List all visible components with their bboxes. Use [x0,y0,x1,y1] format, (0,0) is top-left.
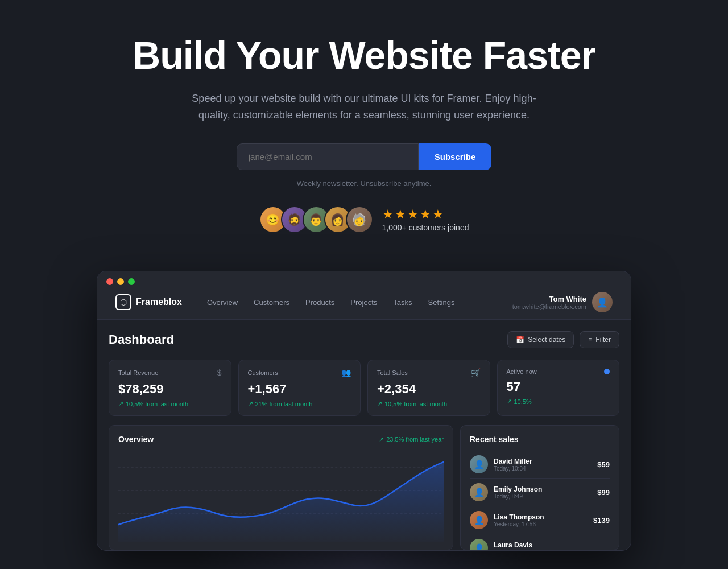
overview-header: Overview ↗ 23,5% from last year [118,435,444,444]
sales-icon: 🛒 [471,368,481,377]
nav-products[interactable]: Products [299,295,341,310]
sale-info: Lisa Thompson Yesterday, 17:56 [494,513,588,527]
customers-icon: 👥 [341,368,351,377]
stat-label: Total Sales [377,369,408,376]
sale-avatar: 👤 [470,455,488,473]
stat-change: ↗ 10,5% from last month [118,400,222,407]
user-info: Tom White tom.white@frameblox.com [512,295,586,310]
stat-header: Active now [507,368,610,375]
sale-amount: $59 [597,460,610,469]
stat-value: $78,259 [118,382,222,397]
dashboard-window: ⬡ Frameblox Overview Customers Products … [97,271,631,551]
user-name: Tom White [512,295,586,303]
logo[interactable]: ⬡ Frameblox [115,294,182,310]
sale-amount: $99 [597,488,610,497]
filter-icon: ≡ [588,336,592,344]
lower-grid: Overview ↗ 23,5% from last year [109,425,619,550]
sale-avatar: 👤 [470,539,488,550]
nav-tasks[interactable]: Tasks [386,295,419,310]
user-avatar[interactable]: 👤 [592,292,613,312]
minimize-dot[interactable] [117,278,124,285]
dashboard-header: Dashboard 📅 Select dates ≡ Filter [109,331,619,348]
avatar: 🧓 [346,206,373,233]
sale-name: Emily Johnson [494,485,592,493]
sale-item: 👤 Emily Johnson Today, 8:49 $99 [470,479,610,506]
revenue-icon: $ [217,368,222,377]
trend-icon: ↗ [507,398,512,405]
recent-sales-card: Recent sales 👤 David Miller Today, 10:34… [460,425,619,550]
navbar: ⬡ Frameblox Overview Customers Products … [106,292,622,319]
window-chrome: ⬡ Frameblox Overview Customers Products … [97,271,631,320]
sale-name: Lisa Thompson [494,513,588,521]
nav-customers[interactable]: Customers [247,295,296,310]
stat-label: Total Revenue [118,369,158,376]
customers-joined: 1,000+ customers joined [382,223,469,232]
trend-icon: ↗ [118,400,123,407]
nav-overview[interactable]: Overview [200,295,245,310]
stat-change: ↗ 10,5% from last month [377,400,481,407]
sale-amount: $139 [593,516,610,525]
avatar-group: 😊 🧔 👨 👩 🧓 [259,206,373,233]
stars-block: ★★★★★ 1,000+ customers joined [382,207,469,232]
stat-label: Customers [248,369,278,376]
sale-name: David Miller [494,457,592,465]
dashboard-title: Dashboard [109,332,174,347]
sale-time: Today, 10:34 [494,465,592,472]
trend-icon: ↗ [248,400,253,407]
sale-info: Laura Davis Yesterday [494,541,604,551]
overview-card: Overview ↗ 23,5% from last year [109,425,453,550]
hero-section: Build Your Website Faster Speed up your … [0,0,728,271]
stat-header: Customers 👥 [248,368,351,377]
sale-name: Laura Davis [494,541,604,549]
sale-time: Today, 8:49 [494,493,592,500]
stat-active-now: Active now 57 ↗ 10,5% [497,360,620,416]
sale-info: Emily Johnson Today, 8:49 [494,485,592,500]
nav-projects[interactable]: Projects [344,295,384,310]
stat-customers: Customers 👥 +1,567 ↗ 21% from last month [238,360,361,416]
maximize-dot[interactable] [128,278,135,285]
newsletter-note: Weekly newsletter. Unsubscribe anytime. [11,179,717,188]
nav-links: Overview Customers Products Projects Tas… [200,295,512,310]
overview-title: Overview [118,435,154,444]
logo-text: Frameblox [136,297,182,307]
calendar-icon: 📅 [516,336,524,344]
window-dots [106,278,622,285]
filter-button[interactable]: ≡ Filter [580,331,619,348]
stat-change: ↗ 21% from last month [248,400,351,407]
stat-value: +2,354 [377,382,481,397]
sale-item: 👤 David Miller Today, 10:34 $59 [470,451,610,479]
sale-avatar: 👤 [470,483,488,501]
stat-change: ↗ 10,5% [507,398,610,405]
close-dot[interactable] [106,278,113,285]
email-input[interactable] [237,143,419,170]
sale-time: Yesterday [494,549,604,551]
star-rating: ★★★★★ [382,207,469,222]
nav-user: Tom White tom.white@frameblox.com 👤 [512,292,613,312]
stat-total-revenue: Total Revenue $ $78,259 ↗ 10,5% from las… [109,360,231,416]
dashboard-actions: 📅 Select dates ≡ Filter [507,331,619,348]
stat-value: +1,567 [248,382,351,397]
sale-time: Yesterday, 17:56 [494,521,588,527]
subscribe-form: Subscribe [11,143,717,170]
stat-value: 57 [507,380,610,394]
social-proof: 😊 🧔 👨 👩 🧓 ★★★★★ 1,000+ customers joined [11,206,717,233]
select-dates-button[interactable]: 📅 Select dates [507,331,574,348]
subscribe-button[interactable]: Subscribe [419,143,492,170]
select-dates-label: Select dates [528,336,565,344]
hero-subtitle: Speed up your website build with our ult… [188,90,540,123]
sale-item: 👤 Laura Davis Yesterday [470,534,610,550]
user-email: tom.white@frameblox.com [512,303,586,310]
stats-grid: Total Revenue $ $78,259 ↗ 10,5% from las… [109,360,619,416]
trend-icon: ↗ [379,436,384,443]
logo-icon: ⬡ [115,294,131,310]
hero-title: Build Your Website Faster [11,34,717,77]
overview-change: ↗ 23,5% from last year [379,436,444,443]
stat-header: Total Revenue $ [118,368,222,377]
recent-sales-title: Recent sales [470,435,610,444]
trend-icon: ↗ [377,400,382,407]
dashboard-body: Dashboard 📅 Select dates ≡ Filter Total … [97,320,631,550]
sale-item: 👤 Lisa Thompson Yesterday, 17:56 $139 [470,506,610,534]
nav-settings[interactable]: Settings [421,295,461,310]
overview-chart [118,451,444,542]
sale-avatar: 👤 [470,511,488,529]
